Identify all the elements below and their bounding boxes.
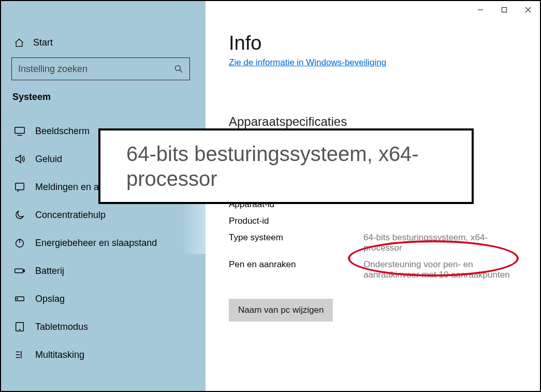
tablet-icon: [13, 321, 26, 332]
home-button[interactable]: Start: [11, 32, 195, 57]
spec-label: Pen en aanraken: [229, 259, 363, 280]
svg-rect-1: [502, 8, 507, 12]
spec-value: 64-bits besturingssysteem, x64-processor: [363, 233, 524, 253]
svg-point-14: [17, 298, 18, 299]
monitor-icon: [13, 125, 26, 137]
spec-value: Ondersteuning voor pen- en aanraakinvoer…: [363, 259, 524, 280]
security-link[interactable]: Zie de informatie in Windows-beveiliging: [229, 57, 524, 68]
spec-label: Product-id: [229, 216, 363, 226]
sidebar-item-focus[interactable]: Concentratiehulp: [11, 201, 195, 229]
sidebar-item-label: Opslag: [35, 294, 65, 304]
settings-window: Instellingen Start: [0, 0, 541, 392]
sidebar-gradient: [182, 204, 206, 254]
rename-pc-button[interactable]: Naam van pc wijzigen: [229, 299, 333, 322]
svg-rect-11: [15, 269, 23, 272]
sidebar-item-tablet[interactable]: Tabletmodus: [11, 313, 195, 341]
spec-row-system-type: Type systeem 64-bits besturingssysteem, …: [229, 229, 524, 256]
sidebar-item-power[interactable]: Energiebeheer en slaapstand: [11, 229, 195, 257]
battery-icon: [13, 265, 26, 277]
spec-value: [363, 216, 524, 226]
spec-row-product-id: Product-id: [229, 213, 524, 229]
power-icon: [13, 237, 26, 249]
multitask-icon: [13, 349, 26, 360]
storage-icon: [13, 293, 26, 304]
sidebar-item-label: Tabletmodus: [35, 322, 88, 332]
section-title: Systeem: [12, 92, 195, 103]
page-title: Info: [229, 32, 524, 54]
speaker-icon: [13, 153, 26, 165]
sidebar-item-label: Concentratiehulp: [35, 210, 106, 221]
spec-label: Type systeem: [229, 233, 363, 253]
svg-rect-6: [15, 127, 24, 134]
sidebar-item-storage[interactable]: Opslag: [11, 285, 195, 313]
sidebar-item-label: Multitasking: [35, 350, 84, 360]
moon-icon: [13, 209, 26, 221]
svg-line-5: [180, 70, 182, 72]
callout-box: 64-bits besturingssysteem, x64-processor: [98, 128, 474, 204]
specs-heading: Apparaatspecificaties: [229, 114, 524, 129]
notification-icon: [13, 181, 26, 193]
svg-rect-8: [16, 183, 24, 190]
svg-point-4: [176, 66, 181, 71]
spec-row-pen-touch: Pen en aanraken Ondersteuning voor pen- …: [229, 256, 524, 283]
search-icon: [174, 64, 183, 74]
home-label: Start: [33, 37, 53, 48]
sidebar-item-label: Energiebeheer en slaapstand: [35, 238, 157, 249]
search-box[interactable]: [11, 57, 190, 80]
minimize-button[interactable]: [469, 1, 492, 19]
sidebar-item-label: Geluid: [35, 154, 62, 165]
home-icon: [13, 38, 25, 48]
maximize-button[interactable]: [492, 1, 516, 19]
search-input[interactable]: [18, 64, 174, 75]
sidebar-item-label: Beeldscherm: [35, 126, 90, 137]
callout-text: 64-bits besturingssysteem, x64-processor: [126, 141, 453, 191]
specs-table: Apparaat-id Product-id Type systeem 64-b…: [229, 196, 524, 283]
sidebar-item-battery[interactable]: Batterij: [11, 257, 195, 285]
sidebar-item-multitasking[interactable]: Multitasking: [11, 341, 195, 369]
close-button[interactable]: [516, 1, 540, 19]
sidebar-item-label: Batterij: [35, 266, 64, 277]
svg-rect-12: [23, 270, 24, 272]
